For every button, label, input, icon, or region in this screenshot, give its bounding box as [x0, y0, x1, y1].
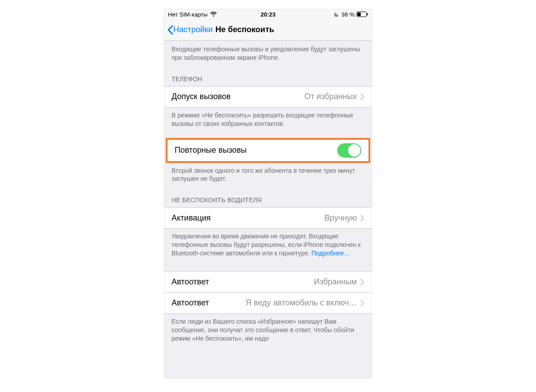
- activation-note: Уведомления во время движения не приходя…: [164, 229, 372, 261]
- row-autoreply-msg[interactable]: Автоответ Я веду автомобиль с включ…: [164, 292, 372, 314]
- row-activation-value: Вручную: [215, 213, 360, 223]
- chevron-right-icon: [360, 300, 364, 306]
- nav-bar: Настройки Не беспокоить: [164, 19, 372, 41]
- status-bar: Нет SIM-карты 20:23 38 %: [164, 9, 372, 19]
- row-allow-calls-label: Допуск вызовов: [172, 92, 230, 101]
- chevron-right-icon: [360, 215, 364, 221]
- section-header-phone: ТЕЛЕФОН: [164, 66, 372, 86]
- chevron-left-icon: [167, 25, 173, 35]
- row-autoreply-msg-value: Я веду автомобиль с включ…: [214, 298, 360, 308]
- autoreply-note: Если люди из Вашего списка «Избранное» н…: [164, 314, 372, 346]
- row-activation-label: Активация: [172, 213, 211, 223]
- repeat-calls-note: Второй звонок одного и того же абонента …: [164, 163, 372, 187]
- settings-content[interactable]: Входящие телефонные вызовы и уведомления…: [164, 41, 372, 346]
- back-button[interactable]: Настройки: [164, 25, 213, 35]
- chevron-right-icon: [360, 279, 364, 285]
- status-time: 20:23: [164, 11, 372, 18]
- row-allow-calls-value: От избранных: [235, 92, 360, 101]
- row-repeat-calls[interactable]: Повторные вызовы: [168, 140, 368, 161]
- row-activation[interactable]: Активация Вручную: [164, 207, 372, 229]
- row-autoreply-msg-label: Автоответ: [172, 298, 209, 308]
- back-label: Настройки: [173, 25, 213, 34]
- chevron-right-icon: [360, 93, 364, 100]
- intro-note: Входящие телефонные вызовы и уведомления…: [164, 41, 372, 66]
- repeat-calls-toggle[interactable]: [337, 143, 361, 158]
- row-repeat-calls-label: Повторные вызовы: [175, 146, 247, 155]
- phone-screen: Нет SIM-карты 20:23 38 % Настройки Не бе…: [164, 9, 372, 379]
- row-allow-calls[interactable]: Допуск вызовов От избранных: [164, 86, 372, 108]
- learn-more-link[interactable]: Подробнее…: [311, 250, 350, 257]
- toggle-knob: [348, 144, 360, 157]
- highlighted-row: Повторные вызовы: [166, 138, 370, 163]
- allow-calls-note: В режиме «Не беспокоить» разрешить входя…: [164, 108, 372, 132]
- section-header-driving: НЕ БЕСПОКОИТЬ ВОДИТЕЛЯ: [164, 187, 372, 207]
- row-autoreply-to-value: Избранным: [214, 277, 360, 287]
- page-title: Не беспокоить: [215, 25, 274, 34]
- row-autoreply-to[interactable]: Автоответ Избранным: [164, 271, 372, 292]
- row-autoreply-to-label: Автоответ: [172, 277, 209, 287]
